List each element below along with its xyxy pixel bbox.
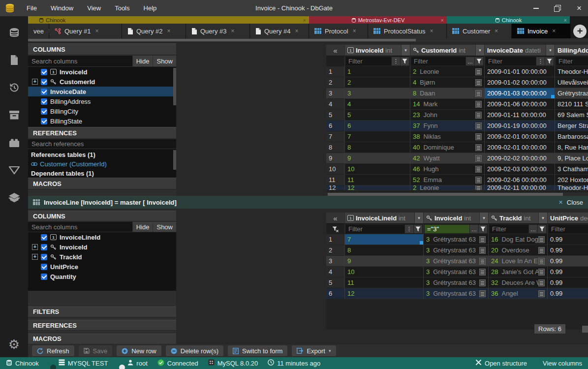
column-header-invoiceid[interactable]: InvoiceIdint ▾	[424, 213, 489, 223]
checkbox-checked[interactable]	[41, 98, 47, 105]
filter-menu-icon[interactable]: …	[470, 225, 478, 233]
status-chinook[interactable]: Chinook	[6, 359, 39, 368]
layers-icon[interactable]	[7, 190, 22, 205]
row-number[interactable]: 9	[326, 153, 345, 164]
column-item-invoiceid[interactable]: 1 InvoiceId	[28, 67, 176, 77]
filter-menu-icon[interactable]: …	[529, 225, 537, 233]
filter-funnel-icon[interactable]	[538, 225, 546, 233]
save-button[interactable]: Save	[79, 345, 113, 356]
cell-track[interactable]: 32Deuces Are Wild	[489, 277, 548, 288]
cell-customer[interactable]: 40Dominique	[410, 142, 485, 153]
cell-invoice[interactable]: 3Grétrystraat 63	[424, 256, 489, 267]
cell-invoice-date[interactable]: 2009-01-11 00:00:00	[485, 110, 555, 121]
filter-corner[interactable]	[326, 56, 345, 66]
restore-icon[interactable]	[554, 4, 561, 12]
cell-invoice[interactable]: 3Grétrystraat 63	[424, 245, 489, 256]
menu-help[interactable]: Help	[137, 4, 164, 12]
tab-query-1[interactable]: Query #1×	[49, 24, 122, 38]
hide-button[interactable]: Hide	[133, 56, 153, 66]
cell-unit-price[interactable]: 0.99	[548, 245, 588, 256]
cell-unit-price[interactable]: 0.99	[548, 277, 588, 288]
status-11-minutes-ago[interactable]: 11 minutes ago	[268, 359, 320, 367]
collapse-grid-button[interactable]: «	[326, 45, 345, 56]
references-section-header[interactable]: REFERENCES	[28, 320, 176, 331]
row-number[interactable]: 12	[326, 185, 345, 190]
tab-invoice[interactable]: Invoice×	[512, 24, 571, 38]
column-item-invoicelineid[interactable]: 1 InvoiceLineId	[28, 232, 176, 242]
cell-invoice[interactable]: 3Grétrystraat 63	[424, 277, 489, 288]
cell-billing-address[interactable]: 202 Hoxton Street	[555, 175, 588, 185]
cell-track[interactable]: 24Love In An Elevator	[489, 256, 548, 267]
cell-invoice-id[interactable]: 9	[345, 153, 410, 164]
column-item-quantity[interactable]: Quantity	[28, 272, 176, 281]
column-item-invoiceid[interactable]: + InvoiceId	[28, 242, 176, 252]
show-button[interactable]: Show	[153, 222, 176, 232]
menu-file[interactable]: File	[20, 4, 44, 12]
lookup-icon[interactable]	[475, 68, 482, 75]
columns-section-header[interactable]: COLUMNS	[28, 43, 176, 55]
close-group-icon[interactable]: ×	[441, 17, 444, 23]
cell-invoice-date[interactable]: 2009-01-06 00:00:00	[485, 99, 555, 110]
close-detail-button[interactable]: × Close	[559, 198, 583, 206]
lookup-icon[interactable]	[479, 236, 486, 243]
status-mysql-8-0-20[interactable]: MySQL 8.0.20	[208, 359, 258, 367]
close-tab-icon[interactable]: ×	[552, 28, 556, 34]
lookup-icon[interactable]	[479, 279, 486, 286]
column-item-customerid[interactable]: + CustomerId	[28, 77, 176, 87]
row-number[interactable]: 4	[326, 99, 345, 110]
filter-input-billingaddress[interactable]: Filter	[556, 57, 588, 65]
search-input[interactable]	[28, 56, 132, 66]
row-number[interactable]: 2	[326, 77, 345, 88]
cell-customer[interactable]: 38Niklas	[410, 131, 485, 142]
cell-invoice[interactable]: 3Grétrystraat 63	[424, 288, 489, 299]
cell-invoice-date[interactable]: 2009-01-03 00:00:00	[485, 88, 555, 99]
cell-track[interactable]: 16Dog Eat Dog	[489, 234, 548, 245]
files-icon[interactable]	[7, 53, 22, 67]
column-header-customerid[interactable]: CustomerIdint ▾	[410, 45, 485, 56]
column-header-invoicelineid[interactable]: 1 InvoiceLineIdint ▾	[345, 213, 424, 223]
lookup-icon[interactable]	[538, 247, 545, 254]
cell-billing-address[interactable]: Grétrystraat 63	[555, 88, 588, 99]
cell-invoice-id[interactable]: 7	[345, 131, 410, 142]
cell-customer[interactable]: 8Daan	[410, 88, 485, 99]
lookup-icon[interactable]	[475, 155, 482, 162]
lookup-icon[interactable]	[475, 90, 482, 97]
cell-invoice-id[interactable]: 3	[345, 88, 410, 99]
show-button[interactable]: Show	[153, 56, 176, 66]
close-tab-icon[interactable]: ×	[430, 28, 433, 34]
row-number[interactable]: 6	[326, 121, 345, 131]
cell-billing-address[interactable]: 9, Place Louis Barthou	[555, 153, 588, 164]
lookup-icon[interactable]	[475, 177, 482, 184]
row-number[interactable]: 4	[326, 267, 345, 277]
tab-scrollbar[interactable]	[28, 38, 588, 42]
refresh-button[interactable]: Refresh	[32, 345, 74, 356]
row-number[interactable]: 5	[326, 277, 345, 288]
lookup-icon[interactable]	[475, 123, 482, 129]
lookup-icon[interactable]	[538, 269, 545, 276]
column-menu-icon[interactable]: ▾	[538, 213, 547, 223]
references-section-header[interactable]: REFERENCES	[28, 127, 176, 139]
lookup-icon[interactable]	[475, 133, 482, 140]
column-header-trackid[interactable]: TrackIdint ▾	[489, 213, 548, 223]
search-input[interactable]	[28, 222, 132, 232]
column-item-billingaddress[interactable]: BillingAddress	[28, 96, 176, 106]
close-group-icon[interactable]: ×	[564, 17, 567, 23]
cell-unit-price[interactable]: 0.99	[548, 267, 588, 277]
delete-row-s-button[interactable]: Delete row(s)	[166, 345, 223, 356]
database-icon[interactable]	[7, 25, 22, 40]
close-detail-icon[interactable]: ×	[559, 198, 563, 206]
cell-billing-address[interactable]: 8210 111 ST NW	[555, 99, 588, 110]
filter-menu-icon[interactable]: ⋮	[536, 57, 545, 65]
reference-link-customer-customerid[interactable]: Customer (CustomerId)	[31, 159, 176, 169]
column-menu-icon[interactable]: ▾	[414, 213, 423, 223]
cell-invoice-line-id[interactable]: 10	[345, 267, 424, 277]
macros-section-header[interactable]: MACROS	[28, 334, 176, 344]
checkbox-checked[interactable]	[41, 79, 47, 85]
cell-unit-price[interactable]: 0.99	[548, 234, 588, 245]
column-item-billingstate[interactable]: BillingState	[28, 116, 176, 126]
column-header-invoicedate[interactable]: InvoiceDatedateti ▾	[485, 45, 555, 56]
close-group-icon[interactable]: ×	[303, 17, 306, 23]
row-number[interactable]: 10	[326, 164, 345, 175]
tab-customer[interactable]: Customer×	[447, 24, 512, 38]
expand-icon[interactable]: +	[32, 244, 38, 250]
